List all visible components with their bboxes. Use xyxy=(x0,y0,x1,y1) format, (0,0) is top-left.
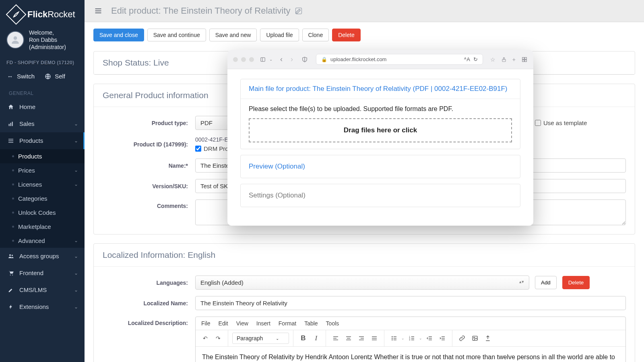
add-language-button[interactable]: Add xyxy=(535,276,557,289)
editor-content[interactable]: The Einstein Theory of Relativity by Hen… xyxy=(196,347,625,362)
translate-icon[interactable]: ᴬA xyxy=(464,56,470,62)
nav-frontend[interactable]: Frontend ⌄ xyxy=(0,265,85,282)
upload-icon[interactable] xyxy=(482,333,493,344)
localized-desc-label: Localized Description: xyxy=(103,317,195,326)
outdent-icon[interactable] xyxy=(424,333,435,344)
indent-icon[interactable] xyxy=(437,333,448,344)
localized-name-input[interactable] xyxy=(195,296,626,310)
edit-icon[interactable] xyxy=(295,7,303,15)
sidebar-icon[interactable] xyxy=(259,56,267,64)
product-type-label: Product type: xyxy=(103,120,195,126)
editor-menu-table[interactable]: Table xyxy=(304,320,318,327)
tabs-icon[interactable] xyxy=(521,56,528,63)
svg-rect-15 xyxy=(295,8,301,14)
dropzone[interactable]: Drag files here or click xyxy=(249,118,512,142)
self-button[interactable]: Self xyxy=(44,73,65,80)
svg-rect-55 xyxy=(525,60,527,62)
users-icon xyxy=(7,253,14,260)
nav-extensions[interactable]: Extensions ⌄ xyxy=(0,298,85,315)
editor-menu-view[interactable]: View xyxy=(236,320,248,327)
chevron-down-icon[interactable]: ⌄ xyxy=(269,57,272,62)
editor-menu-format[interactable]: Format xyxy=(279,320,296,327)
avatar[interactable] xyxy=(6,31,24,49)
undo-icon[interactable]: ↶ xyxy=(200,333,211,344)
number-list-icon[interactable]: 123 xyxy=(406,333,417,344)
image-icon[interactable] xyxy=(469,333,481,344)
svg-rect-39 xyxy=(411,339,414,340)
clone-button[interactable]: Clone xyxy=(302,29,329,41)
page-title: Edit product: The Einstein Theory of Rel… xyxy=(111,6,303,16)
product-id-value: 0002-421F-E xyxy=(195,136,228,143)
subnav-advanced[interactable]: Advanced⌄ xyxy=(0,234,85,248)
bullet-list-icon[interactable] xyxy=(388,333,400,344)
home-icon xyxy=(7,103,14,111)
traffic-lights[interactable] xyxy=(233,57,254,62)
save-close-button[interactable]: Save and close xyxy=(93,29,144,41)
sidebar: FlickRocket Welcome, Ron Dabbs (Administ… xyxy=(0,0,85,362)
languages-label: Languages: xyxy=(103,280,195,286)
align-left-icon[interactable] xyxy=(330,333,341,344)
save-new-button[interactable]: Save and new xyxy=(209,29,257,41)
localized-name-label: Localized Name: xyxy=(103,300,195,306)
upload-file-button[interactable]: Upload file xyxy=(260,29,299,41)
link-icon[interactable] xyxy=(456,333,468,344)
align-right-icon[interactable] xyxy=(356,333,367,344)
italic-icon[interactable]: I xyxy=(310,333,322,344)
delete-language-button[interactable]: Delete xyxy=(562,276,590,289)
subnav-prices[interactable]: Prices⌄ xyxy=(0,163,85,177)
redo-icon[interactable]: ↷ xyxy=(213,333,224,344)
switch-button[interactable]: ↔ Switch xyxy=(6,73,35,80)
svg-point-30 xyxy=(392,339,393,341)
nav-cms-label: CMS/LMS xyxy=(19,286,47,293)
chevron-down-icon: ⌄ xyxy=(74,253,78,259)
subnav-licenses[interactable]: Licenses⌄ xyxy=(0,177,85,191)
svg-point-28 xyxy=(392,336,393,337)
svg-rect-6 xyxy=(8,140,13,141)
editor-menu-insert[interactable]: Insert xyxy=(256,320,270,327)
brand-text: FlickRocket xyxy=(27,9,75,20)
reload-icon[interactable]: ↻ xyxy=(473,56,478,62)
svg-point-29 xyxy=(392,338,393,339)
menu-toggle[interactable] xyxy=(93,7,103,15)
editor-menu-file[interactable]: File xyxy=(201,320,211,327)
save-continue-button[interactable]: Save and continue xyxy=(147,29,206,41)
paragraph-select[interactable]: Paragraph⌄ xyxy=(232,333,289,344)
nav-products[interactable]: Products ⌄ xyxy=(0,132,85,149)
preview-card[interactable]: Preview (Optional) xyxy=(240,155,520,178)
bold-icon[interactable]: B xyxy=(297,333,309,344)
align-center-icon[interactable] xyxy=(343,333,354,344)
svg-rect-54 xyxy=(522,60,524,62)
drm-check[interactable]: DRM Prot xyxy=(195,145,230,152)
svg-rect-4 xyxy=(12,121,13,126)
use-template-check[interactable]: Use as template xyxy=(535,119,587,126)
editor-menu-tools[interactable]: Tools xyxy=(326,320,339,327)
share-icon[interactable] xyxy=(501,56,507,63)
address-bar[interactable]: 🔒 uploader.flickrocket.com ᴬA ↻ xyxy=(316,54,483,65)
editor-menu-edit[interactable]: Edit xyxy=(219,320,228,327)
nav-cms[interactable]: CMS/LMS ⌄ xyxy=(0,282,85,298)
shield-icon[interactable] xyxy=(301,56,309,64)
align-justify-icon[interactable] xyxy=(369,333,380,344)
brand-logo[interactable]: FlickRocket xyxy=(0,0,85,29)
svg-text:3: 3 xyxy=(409,339,411,341)
subnav-categories[interactable]: Categories xyxy=(0,191,85,206)
subnav-marketplace[interactable]: Marketplace xyxy=(0,220,85,234)
subnav-products[interactable]: Products xyxy=(0,149,85,163)
editor-menubar: File Edit View Insert Format Table Tools xyxy=(196,317,625,330)
delete-button[interactable]: Delete xyxy=(332,29,360,41)
svg-rect-37 xyxy=(411,336,414,337)
svg-point-0 xyxy=(14,37,17,40)
bookmark-icon[interactable]: ☆ xyxy=(490,56,495,63)
rocket-icon xyxy=(6,4,27,25)
nav-access[interactable]: Access groups ⌄ xyxy=(0,248,85,265)
forward-icon[interactable]: › xyxy=(288,56,296,64)
settings-card[interactable]: Settings (Optional) xyxy=(240,184,520,207)
back-icon[interactable]: ‹ xyxy=(277,56,285,64)
new-tab-icon[interactable]: + xyxy=(512,56,516,63)
nav-home[interactable]: Home xyxy=(0,99,85,115)
subnav-unlock[interactable]: Unlock Codes xyxy=(0,206,85,220)
chart-icon xyxy=(7,120,14,128)
nav-sales[interactable]: Sales ⌄ xyxy=(0,115,85,132)
languages-select[interactable]: English (Added)▴▾ xyxy=(195,276,529,290)
uploader-window: ⌄ ‹ › 🔒 uploader.flickrocket.com ᴬA ↻ ☆ … xyxy=(227,50,533,226)
